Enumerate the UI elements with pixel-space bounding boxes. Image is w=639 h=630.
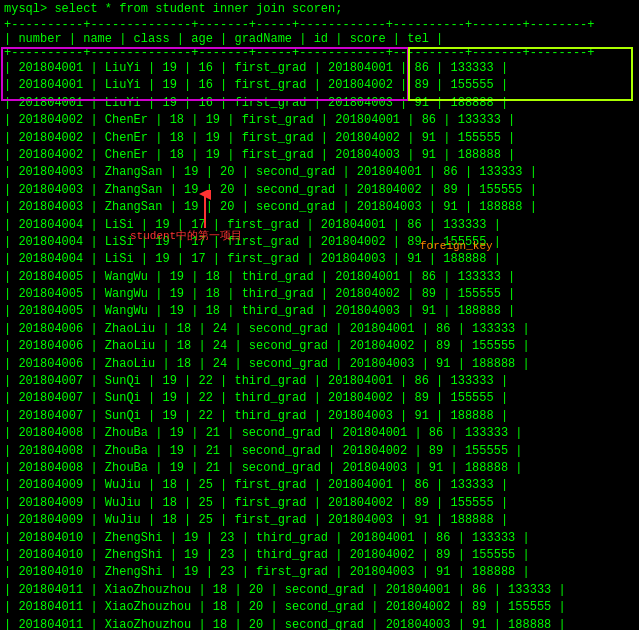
header-divider: +----------+--------------+-------+-----… (4, 46, 635, 60)
table-row: | 201804007 | SunQi | 19 | 22 | third_gr… (4, 408, 635, 425)
table-row: | 201804002 | ChenEr | 18 | 19 | first_g… (4, 130, 635, 147)
table-row: | 201804004 | LiSi | 19 | 17 | first_gra… (4, 251, 635, 268)
table-row: | 201804011 | XiaoZhouzhou | 18 | 20 | s… (4, 582, 635, 599)
table-row: | 201804007 | SunQi | 19 | 22 | third_gr… (4, 373, 635, 390)
table-header: | number | name | class | age | gradName… (4, 32, 635, 46)
table-row: | 201804006 | ZhaoLiu | 18 | 24 | second… (4, 356, 635, 373)
terminal: student中的第一项目 foreign_key mysql> select … (0, 0, 639, 630)
table-row: | 201804001 | LiuYi | 19 | 16 | first_gr… (4, 60, 635, 77)
table-row: | 201804005 | WangWu | 19 | 18 | third_g… (4, 303, 635, 320)
table-row: | 201804003 | ZhangSan | 19 | 20 | secon… (4, 182, 635, 199)
top-divider: +----------+--------------+-------+-----… (4, 18, 635, 32)
table-row: | 201804011 | XiaoZhouzhou | 18 | 20 | s… (4, 617, 635, 631)
table-row: | 201804011 | XiaoZhouzhou | 18 | 20 | s… (4, 599, 635, 616)
table-row: | 201804010 | ZhengShi | 19 | 23 | third… (4, 547, 635, 564)
table-row: | 201804006 | ZhaoLiu | 18 | 24 | second… (4, 338, 635, 355)
red-annotation: student中的第一项目 (130, 228, 242, 243)
table-row: | 201804003 | ZhangSan | 19 | 20 | secon… (4, 199, 635, 216)
table-row: | 201804003 | ZhangSan | 19 | 20 | secon… (4, 164, 635, 181)
table-row: | 201804002 | ChenEr | 18 | 19 | first_g… (4, 147, 635, 164)
table-body: | 201804001 | LiuYi | 19 | 16 | first_gr… (4, 60, 635, 630)
table-row: | 201804008 | ZhouBa | 19 | 21 | second_… (4, 443, 635, 460)
orange-annotation: foreign_key (420, 240, 493, 252)
command-line: mysql> select * from student inner join … (4, 2, 635, 16)
table-row: | 201804001 | LiuYi | 19 | 16 | first_gr… (4, 77, 635, 94)
table-row: | 201804009 | WuJiu | 18 | 25 | first_gr… (4, 495, 635, 512)
table-row: | 201804006 | ZhaoLiu | 18 | 24 | second… (4, 321, 635, 338)
table-row: | 201804009 | WuJiu | 18 | 25 | first_gr… (4, 512, 635, 529)
table-row: | 201804004 | LiSi | 19 | 17 | first_gra… (4, 217, 635, 234)
table-row: | 201804005 | WangWu | 19 | 18 | third_g… (4, 269, 635, 286)
table-row: | 201804001 | LiuYi | 19 | 16 | first_gr… (4, 95, 635, 112)
table-row: | 201804007 | SunQi | 19 | 22 | third_gr… (4, 390, 635, 407)
table-row: | 201804010 | ZhengShi | 19 | 23 | first… (4, 564, 635, 581)
table-row: | 201804009 | WuJiu | 18 | 25 | first_gr… (4, 477, 635, 494)
table-row: | 201804004 | LiSi | 19 | 17 | first_gra… (4, 234, 635, 251)
table-row: | 201804010 | ZhengShi | 19 | 23 | third… (4, 530, 635, 547)
table-row: | 201804008 | ZhouBa | 19 | 21 | second_… (4, 460, 635, 477)
red-arrow (195, 190, 215, 230)
table-row: | 201804008 | ZhouBa | 19 | 21 | second_… (4, 425, 635, 442)
table-row: | 201804002 | ChenEr | 18 | 19 | first_g… (4, 112, 635, 129)
table-row: | 201804005 | WangWu | 19 | 18 | third_g… (4, 286, 635, 303)
